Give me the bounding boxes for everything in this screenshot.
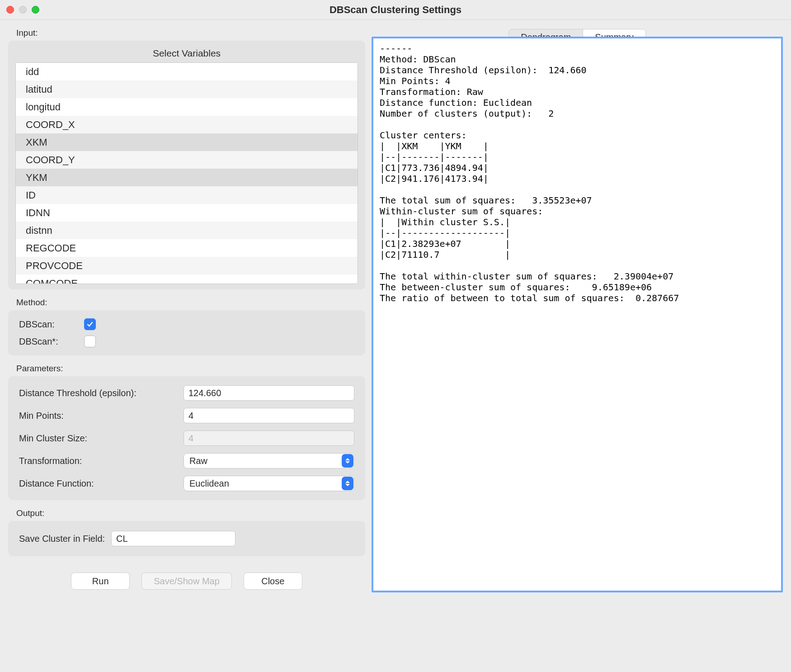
close-button[interactable]: Close (244, 573, 302, 590)
variable-list-item[interactable]: ID (16, 186, 358, 204)
dbscan-label: DBScan: (19, 319, 73, 330)
parameters-section-label: Parameters: (16, 364, 365, 374)
method-section-label: Method: (16, 298, 365, 308)
window-title: DBScan Clustering Settings (0, 4, 791, 16)
summary-textarea[interactable]: ------ Method: DBScan Distance Threshold… (372, 37, 783, 592)
variable-list-item[interactable]: PROVCODE (16, 257, 358, 274)
variable-list-item[interactable]: longitud (16, 98, 358, 116)
output-section-label: Output: (16, 508, 365, 518)
run-button[interactable]: Run (71, 573, 130, 590)
action-button-row: Run Save/Show Map Close (8, 564, 365, 592)
title-bar: DBScan Clustering Settings (0, 0, 791, 20)
parameters-group: Distance Threshold (epsilon): Min Points… (8, 376, 365, 500)
distance-function-select[interactable] (184, 476, 354, 491)
dbscan-star-label: DBScan*: (19, 336, 73, 347)
variable-list-item[interactable]: distnn (16, 222, 358, 239)
variable-list-item[interactable]: COORD_X (16, 116, 358, 133)
min-points-input[interactable] (184, 408, 354, 423)
variable-list-item[interactable]: REGCODE (16, 239, 358, 257)
distance-function-select-wrap[interactable] (184, 476, 354, 491)
epsilon-input[interactable] (184, 385, 354, 401)
input-section-label: Input: (16, 28, 365, 38)
min-cluster-label: Min Cluster Size: (19, 433, 177, 444)
variables-listbox[interactable]: iddlatitudlongitudCOORD_XXKMCOORD_YYKMID… (15, 62, 358, 284)
epsilon-label: Distance Threshold (epsilon): (19, 388, 177, 398)
transformation-select[interactable] (184, 453, 354, 469)
select-variables-title: Select Variables (15, 48, 358, 59)
variable-list-item[interactable]: latitud (16, 80, 358, 98)
variable-list-item[interactable]: XKM (16, 133, 358, 151)
min-points-label: Min Points: (19, 411, 177, 421)
save-show-map-button: Save/Show Map (141, 573, 232, 590)
variable-list-item[interactable]: idd (16, 63, 358, 80)
save-field-input[interactable] (111, 531, 235, 546)
variable-list-item[interactable]: YKM (16, 169, 358, 186)
distance-function-label: Distance Function: (19, 478, 177, 489)
dbscan-star-checkbox[interactable] (84, 336, 96, 347)
transformation-select-wrap[interactable] (184, 453, 354, 469)
transformation-label: Transformation: (19, 456, 177, 466)
variable-list-item[interactable]: COORD_Y (16, 151, 358, 169)
variable-list-item[interactable]: IDNN (16, 204, 358, 222)
input-group: Select Variables iddlatitudlongitudCOORD… (8, 41, 365, 289)
dbscan-checkbox[interactable] (84, 318, 96, 330)
variable-list-item[interactable]: COMCODE (16, 274, 358, 284)
output-group: Save Cluster in Field: (8, 521, 365, 556)
min-cluster-input (184, 431, 354, 446)
save-field-label: Save Cluster in Field: (19, 534, 105, 544)
method-group: DBScan: DBScan*: (8, 310, 365, 355)
